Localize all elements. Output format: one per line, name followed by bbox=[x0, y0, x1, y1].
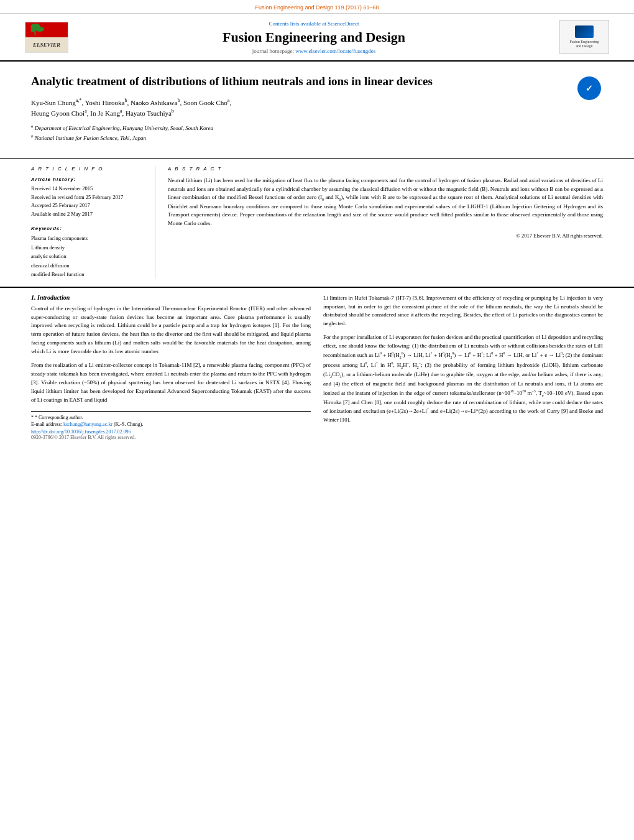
paper-title: Analytic treatment of distributions of l… bbox=[31, 74, 603, 90]
svg-text:✓: ✓ bbox=[586, 84, 593, 93]
history-label: Article history: bbox=[31, 177, 145, 182]
paper-section: Analytic treatment of distributions of l… bbox=[0, 62, 634, 158]
main-content: 1. Introduction Control of the recycling… bbox=[0, 287, 634, 453]
author-heung: Heung Gyoon Choi bbox=[31, 109, 85, 117]
science-direct-link[interactable]: ScienceDirect bbox=[328, 21, 359, 27]
available-date: Available online 2 May 2017 bbox=[31, 210, 145, 219]
keywords-label: Keywords: bbox=[31, 226, 145, 231]
keyword-2: Lithium density bbox=[31, 243, 145, 252]
abstract-text: Neutral lithium (Li) has been used for t… bbox=[168, 177, 603, 228]
abstract-column: A B S T R A C T Neutral lithium (Li) has… bbox=[168, 166, 603, 279]
issn-text: 0920-3796/© 2017 Elsevier B.V. All right… bbox=[31, 435, 311, 440]
intro-paragraph3: Li limiters in Hufei Tokamak-7 (HT-7) [5… bbox=[323, 294, 603, 329]
affiliation-a: Department of Electrical Engineering, Ha… bbox=[35, 125, 213, 131]
contents-line: Contents lists available at ScienceDirec… bbox=[75, 21, 553, 27]
affiliations: a Department of Electrical Engineering, … bbox=[31, 123, 603, 142]
homepage-line: journal homepage: www.elsevier.com/locat… bbox=[75, 48, 553, 54]
svg-point-2 bbox=[35, 27, 44, 32]
corresponding-author-note: * * Corresponding author. bbox=[31, 414, 311, 421]
page: Fusion Engineering and Design 119 (2017)… bbox=[0, 0, 634, 840]
email-name: (K.-S. Chung). bbox=[114, 422, 144, 427]
keyword-1: Plasma facing components bbox=[31, 234, 145, 242]
logo-bottom-section: ELSEVIER bbox=[25, 37, 68, 52]
received-date: Received 14 November 2015 bbox=[31, 185, 145, 193]
elsevier-logo-img: ELSEVIER bbox=[25, 22, 68, 53]
contents-label: Contents lists available at bbox=[269, 21, 326, 27]
crossmark-icon[interactable]: ✓ bbox=[577, 76, 601, 100]
homepage-label: journal homepage: bbox=[252, 48, 294, 54]
keywords-section: Keywords: Plasma facing components Lithi… bbox=[31, 226, 145, 279]
journal-logo-box: Fusion Engineeringand Design bbox=[559, 20, 609, 54]
content-right-column: Li limiters in Hufei Tokamak-7 (HT-7) [5… bbox=[323, 294, 603, 441]
elsevier-text: ELSEVIER bbox=[33, 42, 60, 48]
journal-logo-text: Fusion Engineeringand Design bbox=[569, 40, 599, 48]
homepage-url[interactable]: www.elsevier.com/locate/fusengdes bbox=[295, 48, 375, 54]
header-right: Fusion Engineeringand Design bbox=[553, 20, 615, 54]
elsevier-tree-icon bbox=[31, 23, 62, 37]
author-naoko: Naoko Ashikawa bbox=[131, 98, 177, 106]
keyword-3: analytic solution bbox=[31, 252, 145, 261]
content-left-column: 1. Introduction Control of the recycling… bbox=[31, 294, 311, 441]
intro-paragraph4: For the proper installation of Li evapor… bbox=[323, 333, 603, 425]
footnote-section: * * Corresponding author. E-mail address… bbox=[31, 411, 311, 440]
author-soon: Soon Gook Cho bbox=[183, 98, 227, 106]
author-kyu-sun: Kyu-Sun Chung bbox=[31, 98, 76, 106]
article-info-column: A R T I C L E I N F O Article history: R… bbox=[31, 166, 155, 279]
header-center: Contents lists available at ScienceDirec… bbox=[75, 21, 553, 54]
article-history: Article history: Received 14 November 20… bbox=[31, 177, 145, 218]
journal-top-bar: Fusion Engineering and Design 119 (2017)… bbox=[0, 0, 634, 14]
elsevier-logo: ELSEVIER bbox=[19, 22, 75, 53]
email-link[interactable]: kschung@hanyang.ac.kr bbox=[63, 422, 113, 427]
intro-paragraph2: From the realization of a Li emitter-col… bbox=[31, 361, 311, 405]
header-area: ELSEVIER Contents lists available at Sci… bbox=[0, 14, 634, 62]
author-inje: In Je Kang bbox=[90, 109, 120, 117]
article-info-header: A R T I C L E I N F O bbox=[31, 166, 145, 172]
article-body: A R T I C L E I N F O Article history: R… bbox=[0, 158, 634, 279]
journal-citation: Fusion Engineering and Design 119 (2017)… bbox=[255, 4, 379, 11]
copyright-line: © 2017 Elsevier B.V. All rights reserved… bbox=[168, 233, 603, 239]
email-note: E-mail address: kschung@hanyang.ac.kr (K… bbox=[31, 421, 311, 428]
affiliation-b: National Institute for Fusion Science, T… bbox=[35, 135, 146, 141]
crossmark[interactable]: ✓ bbox=[575, 74, 603, 102]
authors-line: Kyu-Sun Chunga,*, Yoshi Hirookab, Naoko … bbox=[31, 97, 603, 118]
author-hayato: Hayato Tsuchiya bbox=[126, 109, 172, 117]
keyword-5: modified Bessel function bbox=[31, 270, 145, 279]
accepted-date: Accepted 25 February 2017 bbox=[31, 201, 145, 210]
author-yoshi: Yoshi Hirooka bbox=[85, 98, 124, 106]
doi-link[interactable]: http://dx.doi.org/10.1016/j.fusengdes.20… bbox=[31, 429, 311, 435]
abstract-header: A B S T R A C T bbox=[168, 166, 603, 172]
logo-top-section bbox=[25, 22, 68, 37]
corresponding-label: * Corresponding author. bbox=[35, 415, 83, 420]
journal-logo-icon bbox=[575, 25, 594, 38]
header-left: ELSEVIER bbox=[19, 22, 75, 53]
paper-title-text: Analytic treatment of distributions of l… bbox=[31, 75, 433, 88]
intro-paragraph1: Control of the recycling of hydrogen in … bbox=[31, 305, 311, 357]
journal-title: Fusion Engineering and Design bbox=[75, 29, 553, 45]
revised-date: Received in revised form 25 February 201… bbox=[31, 193, 145, 202]
keyword-4: classical diffusion bbox=[31, 261, 145, 270]
article-columns: A R T I C L E I N F O Article history: R… bbox=[31, 159, 603, 279]
section1-title: 1. Introduction bbox=[31, 294, 311, 301]
email-label: E-mail address: bbox=[31, 422, 62, 427]
